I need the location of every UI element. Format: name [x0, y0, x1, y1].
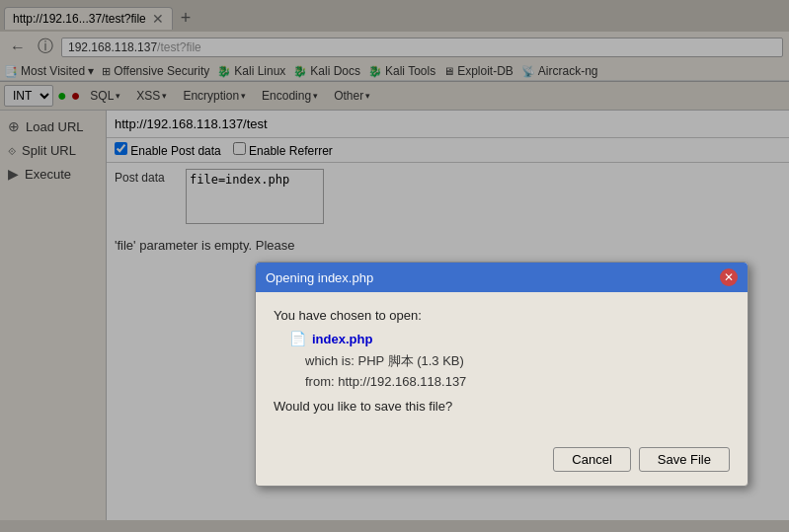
- file-from: from: http://192.168.118.137: [305, 374, 730, 389]
- save-file-button[interactable]: Save File: [639, 447, 730, 472]
- dialog-title: Opening index.php: [266, 270, 373, 285]
- cancel-button[interactable]: Cancel: [553, 447, 630, 472]
- file-name: index.php: [312, 332, 372, 346]
- file-row: 📄 index.php: [289, 331, 730, 346]
- dialog-question: Would you like to save this file?: [274, 399, 730, 414]
- dialog: Opening index.php ✕ You have chosen to o…: [255, 262, 749, 487]
- file-which-is: which is: PHP 脚本 (1.3 KB): [305, 352, 730, 370]
- file-icon: 📄: [289, 331, 306, 346]
- dialog-close-button[interactable]: ✕: [720, 268, 738, 286]
- dialog-titlebar: Opening index.php ✕: [256, 263, 748, 292]
- dialog-buttons: Cancel Save File: [256, 437, 748, 486]
- dialog-chosen-text: You have chosen to open:: [274, 308, 730, 323]
- dialog-body: You have chosen to open: 📄 index.php whi…: [256, 292, 748, 437]
- dialog-overlay: Opening index.php ✕ You have chosen to o…: [0, 0, 789, 532]
